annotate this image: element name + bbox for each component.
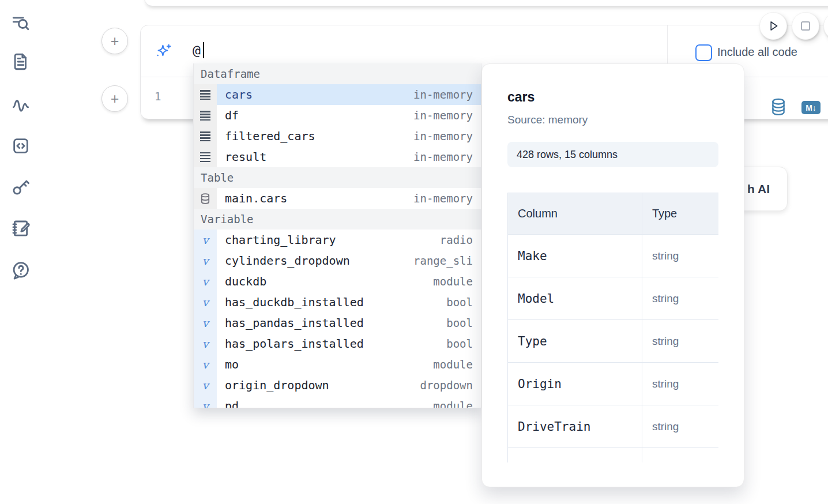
section-header: Variable	[194, 209, 481, 230]
variable-icon: v	[194, 271, 217, 292]
list-item[interactable]: dfin-memory	[194, 105, 481, 126]
type-header: Type	[642, 193, 718, 235]
variable-icon: v	[194, 250, 217, 271]
column-name-cell	[508, 448, 642, 463]
list-item[interactable]: v pdmodule	[194, 396, 481, 408]
table-row: DriveTrain string	[508, 405, 719, 448]
list-item[interactable]: v has_pandas_installedbool	[194, 313, 481, 333]
table-row: Origin string	[508, 363, 719, 405]
list-item[interactable]: carsin-memory	[194, 84, 481, 105]
column-name-cell: Make	[508, 235, 642, 277]
variable-icon: v	[194, 230, 217, 250]
list-item[interactable]: filtered_carsin-memory	[194, 126, 481, 146]
database-icon[interactable]	[770, 98, 786, 118]
schema-table-wrap: Column Type Make string Model string Typ…	[507, 193, 718, 462]
list-item[interactable]: v cylinders_dropdownrange_sli	[194, 250, 481, 271]
add-cell-below-button[interactable]: +	[101, 85, 128, 112]
dataframe-rows-icon	[194, 126, 217, 146]
table-row-clipped	[508, 448, 719, 463]
list-item[interactable]: v momodule	[194, 354, 481, 375]
snippets-code-icon[interactable]	[10, 135, 32, 157]
previous-cell-edge	[144, 0, 828, 6]
preview-title: cars	[507, 89, 718, 105]
list-item[interactable]: v charting_libraryradio	[194, 230, 481, 250]
table-row: Model string	[508, 277, 719, 320]
list-item[interactable]: resultin-memory	[194, 146, 481, 167]
help-chat-icon[interactable]	[10, 259, 32, 281]
list-item[interactable]: v origin_dropdowndropdown	[194, 375, 481, 396]
column-type-cell: string	[642, 405, 718, 448]
dataframe-rows-icon	[194, 105, 217, 126]
secrets-key-icon[interactable]	[10, 176, 32, 198]
list-item[interactable]: v duckdbmodule	[194, 271, 481, 292]
column-name-cell: Origin	[508, 363, 642, 405]
variable-icon: v	[194, 354, 217, 375]
dataframe-rows-icon	[194, 146, 217, 167]
markdown-icon[interactable]: M↓	[801, 101, 821, 114]
column-type-cell: string	[642, 277, 718, 320]
variable-icon: v	[194, 333, 217, 354]
shape-badge: 428 rows, 15 columns	[507, 142, 718, 167]
run-cell-button[interactable]	[759, 12, 787, 40]
mention-autocomplete-menu: Dataframe carsin-memory dfin-memory filt…	[193, 63, 481, 408]
sidebar	[0, 0, 40, 504]
document-icon[interactable]	[10, 51, 32, 73]
column-type-cell	[642, 448, 718, 463]
line-number: 1	[155, 90, 161, 103]
clipped-list-item: v pdmodule	[194, 396, 481, 408]
table-header-row: Column Type	[508, 193, 719, 235]
ai-sparkle-icon	[155, 43, 172, 62]
variable-icon: v	[194, 292, 217, 313]
activity-icon[interactable]	[10, 95, 32, 116]
list-item[interactable]: v has_polars_installedbool	[194, 333, 481, 354]
list-item[interactable]: main.carsin-memory	[194, 188, 481, 209]
column-type-cell: string	[642, 363, 718, 405]
add-cell-above-button[interactable]: +	[101, 28, 128, 54]
column-name-cell: DriveTrain	[508, 405, 642, 448]
stop-cell-button[interactable]	[792, 12, 819, 40]
column-header: Column	[508, 193, 642, 235]
text-cursor	[203, 42, 204, 58]
list-item[interactable]: v has_duckdb_installedbool	[194, 292, 481, 313]
preview-source: Source: memory	[507, 114, 718, 126]
dataframe-preview-popup: cars Source: memory 428 rows, 15 columns…	[481, 63, 744, 487]
include-all-code-label: Include all code	[717, 46, 797, 59]
table-database-icon	[194, 188, 217, 209]
variable-icon: v	[194, 375, 217, 396]
scratchpad-icon[interactable]	[10, 217, 32, 239]
schema-table: Column Type Make string Model string Typ…	[507, 193, 718, 462]
variable-icon: v	[194, 396, 217, 408]
column-name-cell: Type	[508, 320, 642, 363]
include-all-code-checkbox[interactable]	[695, 44, 712, 61]
ai-prompt-input[interactable]: @	[193, 43, 201, 58]
section-header: Dataframe	[194, 63, 481, 84]
column-type-cell: string	[642, 320, 718, 363]
dataframe-rows-icon	[194, 84, 217, 105]
section-header: Table	[194, 167, 481, 188]
table-row: Type string	[508, 320, 719, 363]
column-name-cell: Model	[508, 277, 642, 320]
variable-icon: v	[194, 313, 217, 333]
column-type-cell: string	[642, 235, 718, 277]
table-row: Make string	[508, 235, 719, 277]
search-files-icon[interactable]	[10, 12, 32, 34]
